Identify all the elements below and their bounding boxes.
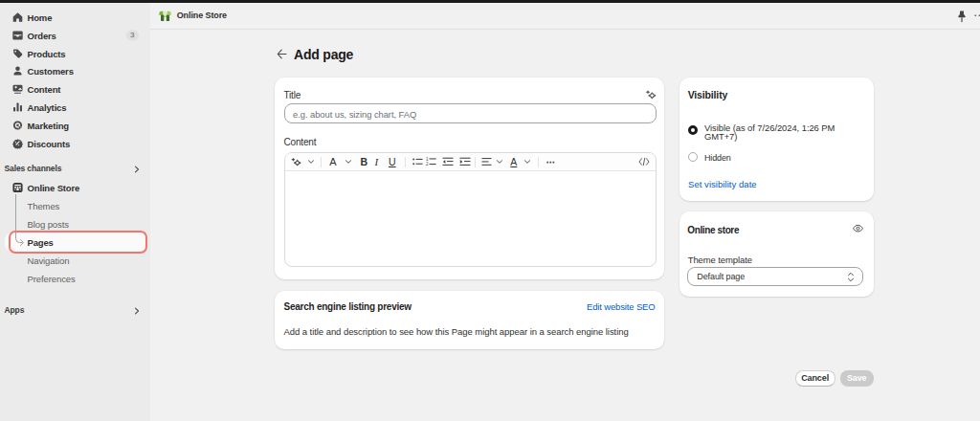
svg-text:2: 2 — [426, 162, 429, 166]
svg-text:1: 1 — [426, 157, 429, 162]
